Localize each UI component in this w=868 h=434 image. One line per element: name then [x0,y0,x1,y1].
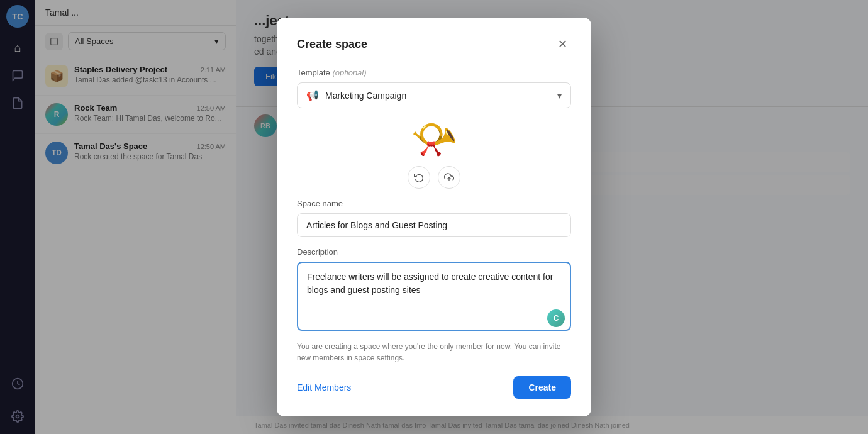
template-chevron-icon: ▾ [557,91,562,101]
template-name: Marketing Campaign [325,91,551,101]
edit-members-button[interactable]: Edit Members [297,377,351,398]
megaphone-icon: 📯 [411,121,458,159]
description-label: Description [297,247,571,257]
close-dialog-button[interactable]: ✕ [554,35,571,53]
refresh-icon-button[interactable] [408,166,430,189]
info-text: You are creating a space where you're th… [297,341,571,364]
upload-icon-button[interactable] [438,166,460,189]
dialog-header: Create space ✕ [297,35,571,53]
icon-area: 📯 [297,121,571,189]
create-space-dialog: Create space ✕ Template (optional) 📢 Mar… [277,18,591,416]
description-field-wrap: Freelance writers will be assigned to cr… [297,262,571,333]
ai-assist-icon[interactable]: C [547,309,565,327]
space-name-label: Space name [297,199,571,208]
template-dropdown[interactable]: 📢 Marketing Campaign ▾ [297,82,571,108]
template-field-label: Template (optional) [297,68,571,77]
icon-actions [408,166,460,189]
template-icon: 📢 [306,89,319,101]
description-textarea[interactable]: Freelance writers will be assigned to cr… [297,262,571,331]
dialog-footer: Edit Members Create [297,376,571,399]
space-name-input[interactable] [297,213,571,237]
create-button[interactable]: Create [513,376,571,399]
dialog-title: Create space [297,38,367,51]
